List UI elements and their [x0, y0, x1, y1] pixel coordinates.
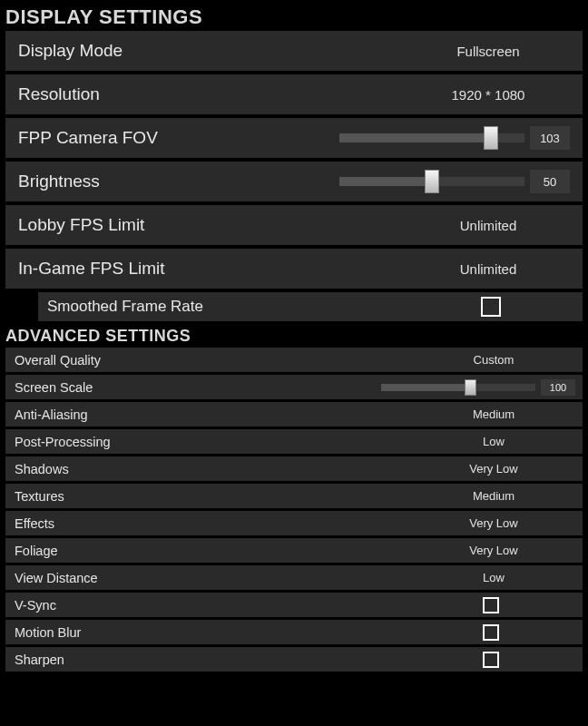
display-settings-header: DISPLAY SETTINGS	[5, 4, 583, 31]
overall-quality-row[interactable]: Overall Quality Custom	[5, 348, 583, 372]
fov-value: 103	[530, 126, 570, 150]
brightness-row: Brightness 50	[5, 162, 583, 201]
view-distance-label: View Distance	[15, 571, 98, 585]
fov-slider-fill	[339, 133, 491, 142]
overall-quality-label: Overall Quality	[15, 353, 101, 368]
screen-scale-slider-fill	[381, 384, 472, 391]
ingame-fps-row[interactable]: In-Game FPS Limit Unlimited	[5, 249, 583, 289]
post-processing-label: Post-Processing	[15, 435, 111, 449]
textures-row[interactable]: Textures Medium	[5, 484, 583, 508]
vsync-checkbox[interactable]	[483, 597, 499, 613]
sharpen-row: Sharpen	[5, 647, 583, 672]
post-processing-value[interactable]: Low	[412, 435, 575, 448]
brightness-slider-fill	[339, 177, 432, 186]
ingame-fps-label: In-Game FPS Limit	[18, 259, 165, 279]
textures-value[interactable]: Medium	[412, 489, 575, 503]
display-mode-label: Display Mode	[18, 41, 122, 61]
foliage-row[interactable]: Foliage Very Low	[5, 538, 583, 563]
brightness-slider[interactable]	[339, 177, 524, 186]
effects-label: Effects	[15, 516, 54, 531]
shadows-label: Shadows	[15, 462, 69, 476]
resolution-row[interactable]: Resolution 1920 * 1080	[5, 74, 583, 114]
screen-scale-slider-thumb[interactable]	[465, 379, 476, 396]
effects-row[interactable]: Effects Very Low	[5, 511, 583, 535]
smoothed-frame-rate-checkbox[interactable]	[481, 297, 501, 317]
overall-quality-value[interactable]: Custom	[412, 353, 575, 367]
ingame-fps-value[interactable]: Unlimited	[407, 261, 570, 277]
display-mode-value[interactable]: Fullscreen	[407, 44, 570, 59]
brightness-label: Brightness	[18, 172, 100, 191]
anti-aliasing-label: Anti-Aliasing	[15, 407, 88, 422]
smoothed-frame-rate-label: Smoothed Frame Rate	[38, 298, 203, 316]
screen-scale-label: Screen Scale	[15, 380, 93, 395]
smoothed-frame-rate-row: Smoothed Frame Rate	[38, 292, 583, 321]
screen-scale-row: Screen Scale 100	[5, 375, 583, 399]
fov-slider[interactable]	[339, 133, 524, 142]
screen-scale-slider[interactable]	[381, 384, 535, 391]
foliage-label: Foliage	[15, 544, 58, 558]
motion-blur-label: Motion Blur	[15, 625, 81, 640]
foliage-value[interactable]: Very Low	[412, 544, 575, 557]
motion-blur-checkbox[interactable]	[483, 624, 499, 641]
fov-label: FPP Camera FOV	[18, 128, 158, 148]
display-mode-row[interactable]: Display Mode Fullscreen	[5, 31, 583, 71]
lobby-fps-value[interactable]: Unlimited	[407, 218, 570, 233]
brightness-slider-thumb[interactable]	[425, 170, 439, 193]
shadows-value[interactable]: Very Low	[412, 462, 575, 476]
lobby-fps-row[interactable]: Lobby FPS Limit Unlimited	[5, 205, 583, 245]
vsync-row: V-Sync	[5, 593, 583, 617]
resolution-label: Resolution	[18, 84, 100, 104]
vsync-label: V-Sync	[15, 598, 56, 613]
anti-aliasing-value[interactable]: Medium	[412, 407, 575, 421]
advanced-settings-header: ADVANCED SETTINGS	[5, 325, 583, 348]
motion-blur-row: Motion Blur	[5, 620, 583, 644]
sharpen-checkbox[interactable]	[483, 652, 499, 668]
view-distance-value[interactable]: Low	[412, 571, 575, 584]
view-distance-row[interactable]: View Distance Low	[5, 565, 583, 590]
fov-slider-thumb[interactable]	[484, 126, 498, 150]
effects-value[interactable]: Very Low	[412, 516, 575, 530]
lobby-fps-label: Lobby FPS Limit	[18, 215, 144, 235]
post-processing-row[interactable]: Post-Processing Low	[5, 429, 583, 454]
brightness-value: 50	[530, 170, 570, 193]
screen-scale-value: 100	[541, 379, 575, 396]
resolution-value[interactable]: 1920 * 1080	[407, 87, 570, 103]
shadows-row[interactable]: Shadows Very Low	[5, 456, 583, 481]
fov-row: FPP Camera FOV 103	[5, 118, 583, 158]
anti-aliasing-row[interactable]: Anti-Aliasing Medium	[5, 402, 583, 427]
sharpen-label: Sharpen	[15, 652, 64, 667]
textures-label: Textures	[15, 489, 64, 504]
